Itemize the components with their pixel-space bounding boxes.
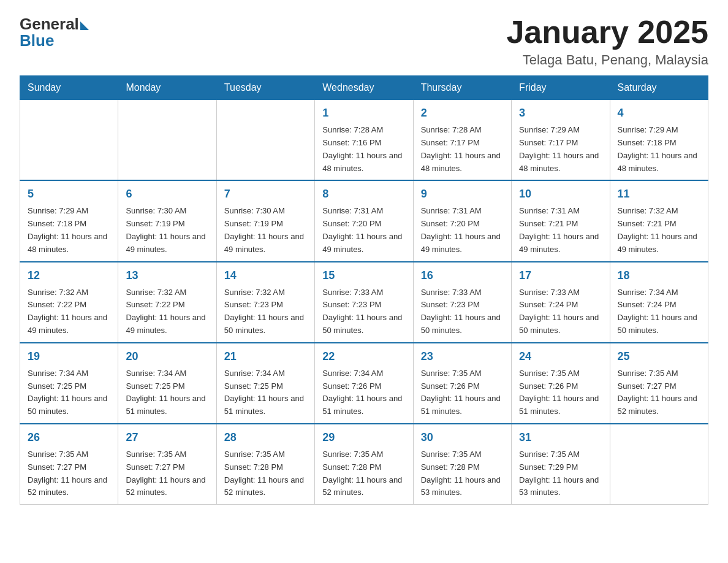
calendar-cell: 2Sunrise: 7:28 AM Sunset: 7:17 PM Daylig… bbox=[413, 100, 511, 181]
day-info: Sunrise: 7:35 AM Sunset: 7:28 PM Dayligh… bbox=[421, 448, 504, 499]
calendar-cell: 24Sunrise: 7:35 AM Sunset: 7:26 PM Dayli… bbox=[512, 343, 610, 424]
day-number: 19 bbox=[28, 348, 110, 365]
title-section: January 2025 Telaga Batu, Penang, Malays… bbox=[506, 15, 708, 68]
day-info: Sunrise: 7:30 AM Sunset: 7:19 PM Dayligh… bbox=[126, 205, 208, 256]
calendar-cell: 27Sunrise: 7:35 AM Sunset: 7:27 PM Dayli… bbox=[118, 424, 216, 505]
calendar-cell: 19Sunrise: 7:34 AM Sunset: 7:25 PM Dayli… bbox=[20, 343, 118, 424]
day-info: Sunrise: 7:35 AM Sunset: 7:27 PM Dayligh… bbox=[126, 448, 208, 499]
calendar-cell: 8Sunrise: 7:31 AM Sunset: 7:20 PM Daylig… bbox=[315, 180, 413, 261]
day-info: Sunrise: 7:33 AM Sunset: 7:23 PM Dayligh… bbox=[322, 286, 405, 337]
weekday-header-sunday: Sunday bbox=[20, 76, 118, 100]
calendar-cell: 5Sunrise: 7:29 AM Sunset: 7:18 PM Daylig… bbox=[20, 180, 118, 261]
day-number: 27 bbox=[126, 429, 208, 446]
calendar-cell: 22Sunrise: 7:34 AM Sunset: 7:26 PM Dayli… bbox=[315, 343, 413, 424]
calendar-cell bbox=[216, 100, 314, 181]
calendar-cell: 10Sunrise: 7:31 AM Sunset: 7:21 PM Dayli… bbox=[512, 180, 610, 261]
calendar-cell: 16Sunrise: 7:33 AM Sunset: 7:23 PM Dayli… bbox=[413, 262, 511, 343]
day-number: 8 bbox=[322, 186, 405, 202]
page-header: General Blue January 2025 Telaga Batu, P… bbox=[20, 15, 708, 68]
day-info: Sunrise: 7:34 AM Sunset: 7:25 PM Dayligh… bbox=[224, 367, 307, 418]
day-info: Sunrise: 7:33 AM Sunset: 7:24 PM Dayligh… bbox=[519, 286, 602, 337]
calendar-cell: 21Sunrise: 7:34 AM Sunset: 7:25 PM Dayli… bbox=[216, 343, 314, 424]
day-number: 14 bbox=[224, 267, 307, 284]
calendar-cell: 20Sunrise: 7:34 AM Sunset: 7:25 PM Dayli… bbox=[118, 343, 216, 424]
calendar-cell: 31Sunrise: 7:35 AM Sunset: 7:29 PM Dayli… bbox=[512, 424, 610, 505]
day-info: Sunrise: 7:29 AM Sunset: 7:18 PM Dayligh… bbox=[618, 124, 700, 175]
logo-blue-text: Blue bbox=[20, 31, 89, 50]
calendar-week-row: 19Sunrise: 7:34 AM Sunset: 7:25 PM Dayli… bbox=[20, 343, 708, 424]
day-info: Sunrise: 7:34 AM Sunset: 7:26 PM Dayligh… bbox=[322, 367, 405, 418]
weekday-header-thursday: Thursday bbox=[413, 76, 511, 100]
day-info: Sunrise: 7:32 AM Sunset: 7:21 PM Dayligh… bbox=[618, 205, 700, 256]
day-number: 5 bbox=[28, 186, 110, 202]
day-info: Sunrise: 7:35 AM Sunset: 7:29 PM Dayligh… bbox=[519, 448, 602, 499]
day-info: Sunrise: 7:31 AM Sunset: 7:21 PM Dayligh… bbox=[519, 205, 602, 256]
day-number: 6 bbox=[126, 186, 208, 202]
calendar-week-row: 26Sunrise: 7:35 AM Sunset: 7:27 PM Dayli… bbox=[20, 424, 708, 505]
day-number: 24 bbox=[519, 348, 602, 365]
day-number: 18 bbox=[618, 267, 700, 284]
day-number: 23 bbox=[421, 348, 504, 365]
logo-triangle-icon bbox=[80, 21, 89, 30]
day-number: 3 bbox=[519, 105, 602, 121]
day-info: Sunrise: 7:29 AM Sunset: 7:17 PM Dayligh… bbox=[519, 124, 602, 175]
day-number: 2 bbox=[421, 105, 504, 121]
calendar-cell: 25Sunrise: 7:35 AM Sunset: 7:27 PM Dayli… bbox=[610, 343, 708, 424]
day-info: Sunrise: 7:28 AM Sunset: 7:16 PM Dayligh… bbox=[322, 124, 405, 175]
day-info: Sunrise: 7:35 AM Sunset: 7:27 PM Dayligh… bbox=[618, 367, 700, 418]
calendar-cell: 23Sunrise: 7:35 AM Sunset: 7:26 PM Dayli… bbox=[413, 343, 511, 424]
day-number: 12 bbox=[28, 267, 110, 284]
calendar-table: SundayMondayTuesdayWednesdayThursdayFrid… bbox=[20, 75, 708, 505]
day-info: Sunrise: 7:35 AM Sunset: 7:28 PM Dayligh… bbox=[224, 448, 307, 499]
calendar-cell: 17Sunrise: 7:33 AM Sunset: 7:24 PM Dayli… bbox=[512, 262, 610, 343]
day-info: Sunrise: 7:35 AM Sunset: 7:28 PM Dayligh… bbox=[322, 448, 405, 499]
calendar-cell: 9Sunrise: 7:31 AM Sunset: 7:20 PM Daylig… bbox=[413, 180, 511, 261]
day-number: 26 bbox=[28, 429, 110, 446]
calendar-cell: 14Sunrise: 7:32 AM Sunset: 7:23 PM Dayli… bbox=[216, 262, 314, 343]
day-info: Sunrise: 7:33 AM Sunset: 7:23 PM Dayligh… bbox=[421, 286, 504, 337]
calendar-cell: 26Sunrise: 7:35 AM Sunset: 7:27 PM Dayli… bbox=[20, 424, 118, 505]
day-info: Sunrise: 7:34 AM Sunset: 7:25 PM Dayligh… bbox=[28, 367, 110, 418]
day-number: 1 bbox=[322, 105, 405, 121]
calendar-cell: 12Sunrise: 7:32 AM Sunset: 7:22 PM Dayli… bbox=[20, 262, 118, 343]
calendar-cell bbox=[20, 100, 118, 181]
weekday-header-friday: Friday bbox=[512, 76, 610, 100]
day-number: 15 bbox=[322, 267, 405, 284]
day-info: Sunrise: 7:35 AM Sunset: 7:26 PM Dayligh… bbox=[421, 367, 504, 418]
calendar-cell: 1Sunrise: 7:28 AM Sunset: 7:16 PM Daylig… bbox=[315, 100, 413, 181]
day-number: 29 bbox=[322, 429, 405, 446]
weekday-header-wednesday: Wednesday bbox=[315, 76, 413, 100]
calendar-cell: 7Sunrise: 7:30 AM Sunset: 7:19 PM Daylig… bbox=[216, 180, 314, 261]
day-number: 20 bbox=[126, 348, 208, 365]
day-info: Sunrise: 7:35 AM Sunset: 7:26 PM Dayligh… bbox=[519, 367, 602, 418]
day-number: 7 bbox=[224, 186, 307, 202]
day-info: Sunrise: 7:31 AM Sunset: 7:20 PM Dayligh… bbox=[322, 205, 405, 256]
calendar-cell bbox=[610, 424, 708, 505]
day-number: 31 bbox=[519, 429, 602, 446]
calendar-cell: 18Sunrise: 7:34 AM Sunset: 7:24 PM Dayli… bbox=[610, 262, 708, 343]
calendar-cell: 13Sunrise: 7:32 AM Sunset: 7:22 PM Dayli… bbox=[118, 262, 216, 343]
day-number: 10 bbox=[519, 186, 602, 202]
day-number: 11 bbox=[618, 186, 700, 202]
calendar-cell: 11Sunrise: 7:32 AM Sunset: 7:21 PM Dayli… bbox=[610, 180, 708, 261]
calendar-cell: 3Sunrise: 7:29 AM Sunset: 7:17 PM Daylig… bbox=[512, 100, 610, 181]
day-info: Sunrise: 7:35 AM Sunset: 7:27 PM Dayligh… bbox=[28, 448, 110, 499]
calendar-cell: 28Sunrise: 7:35 AM Sunset: 7:28 PM Dayli… bbox=[216, 424, 314, 505]
location-title: Telaga Batu, Penang, Malaysia bbox=[506, 52, 708, 68]
day-number: 4 bbox=[618, 105, 700, 121]
day-info: Sunrise: 7:34 AM Sunset: 7:25 PM Dayligh… bbox=[126, 367, 208, 418]
day-number: 22 bbox=[322, 348, 405, 365]
day-info: Sunrise: 7:28 AM Sunset: 7:17 PM Dayligh… bbox=[421, 124, 504, 175]
weekday-header-saturday: Saturday bbox=[610, 76, 708, 100]
day-info: Sunrise: 7:32 AM Sunset: 7:22 PM Dayligh… bbox=[126, 286, 208, 337]
calendar-week-row: 5Sunrise: 7:29 AM Sunset: 7:18 PM Daylig… bbox=[20, 180, 708, 261]
day-info: Sunrise: 7:34 AM Sunset: 7:24 PM Dayligh… bbox=[618, 286, 700, 337]
day-info: Sunrise: 7:31 AM Sunset: 7:20 PM Dayligh… bbox=[421, 205, 504, 256]
day-number: 28 bbox=[224, 429, 307, 446]
weekday-header-row: SundayMondayTuesdayWednesdayThursdayFrid… bbox=[20, 76, 708, 100]
day-number: 25 bbox=[618, 348, 700, 365]
calendar-cell: 29Sunrise: 7:35 AM Sunset: 7:28 PM Dayli… bbox=[315, 424, 413, 505]
day-info: Sunrise: 7:32 AM Sunset: 7:23 PM Dayligh… bbox=[224, 286, 307, 337]
day-number: 17 bbox=[519, 267, 602, 284]
calendar-week-row: 12Sunrise: 7:32 AM Sunset: 7:22 PM Dayli… bbox=[20, 262, 708, 343]
